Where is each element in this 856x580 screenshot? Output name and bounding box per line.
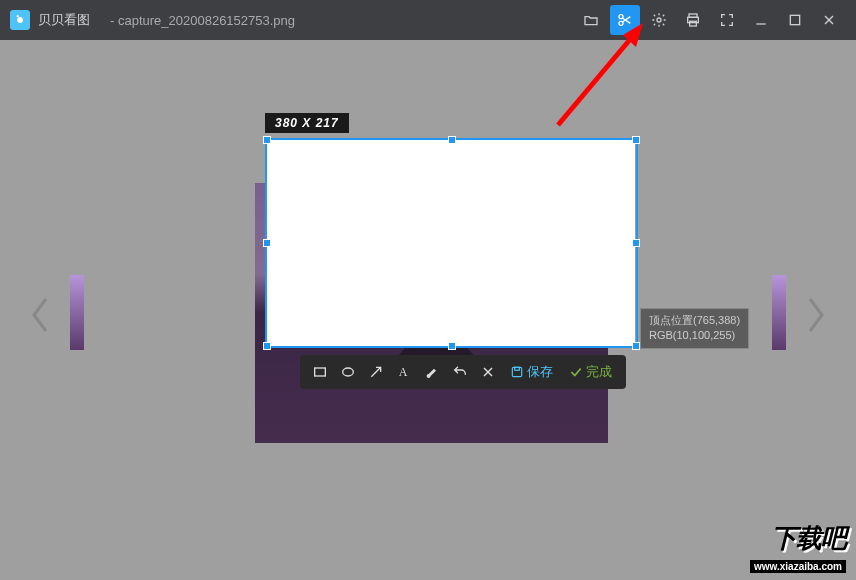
selection-dimensions: 380 X 217: [265, 113, 349, 133]
minimize-button[interactable]: [746, 5, 776, 35]
svg-rect-12: [315, 368, 326, 376]
watermark: 下载吧 www.xiazaiba.com: [750, 521, 846, 574]
crop-scissors-button[interactable]: [610, 5, 640, 35]
svg-rect-9: [790, 15, 799, 24]
undo-button[interactable]: [448, 360, 472, 384]
svg-point-4: [657, 18, 661, 22]
resize-handle-tr[interactable]: [632, 136, 640, 144]
watermark-text: 下载吧: [750, 521, 846, 556]
svg-rect-1: [17, 15, 19, 17]
arrow-tool-button[interactable]: [364, 360, 388, 384]
resize-handle-bm[interactable]: [448, 342, 456, 350]
fullscreen-button[interactable]: [712, 5, 742, 35]
done-button[interactable]: 完成: [563, 363, 618, 381]
resize-handle-mr[interactable]: [632, 239, 640, 247]
close-button[interactable]: [814, 5, 844, 35]
titlebar: 贝贝看图 - capture_20200826152753.png: [0, 0, 856, 40]
prev-thumbnail[interactable]: [70, 275, 84, 350]
save-button[interactable]: 保存: [504, 363, 559, 381]
svg-text:A: A: [399, 365, 408, 379]
app-name: 贝贝看图: [38, 11, 90, 29]
file-name: - capture_20200826152753.png: [110, 13, 295, 28]
brush-tool-button[interactable]: [420, 360, 444, 384]
viewer-area: 380 X 217 顶点位置(765,388) RGB(10,100,255) …: [0, 40, 856, 580]
pixel-info-tooltip: 顶点位置(765,388) RGB(10,100,255): [640, 308, 749, 349]
svg-rect-18: [512, 367, 521, 376]
prev-image-button[interactable]: [20, 290, 60, 340]
crop-action-bar: A 保存 完成: [300, 355, 626, 389]
save-label: 保存: [527, 363, 553, 381]
text-tool-button[interactable]: A: [392, 360, 416, 384]
next-thumbnail[interactable]: [772, 275, 786, 350]
svg-rect-19: [515, 367, 520, 370]
pixel-rgb: RGB(10,100,255): [649, 328, 740, 343]
ellipse-tool-button[interactable]: [336, 360, 360, 384]
print-button[interactable]: [678, 5, 708, 35]
svg-point-0: [17, 17, 23, 23]
resize-handle-br[interactable]: [632, 342, 640, 350]
next-image-button[interactable]: [796, 290, 836, 340]
settings-button[interactable]: [644, 5, 674, 35]
rectangle-tool-button[interactable]: [308, 360, 332, 384]
resize-handle-bl[interactable]: [263, 342, 271, 350]
cursor-position: 顶点位置(765,388): [649, 313, 740, 328]
done-label: 完成: [586, 363, 612, 381]
resize-handle-tm[interactable]: [448, 136, 456, 144]
app-icon: [10, 10, 30, 30]
svg-line-14: [371, 367, 380, 376]
open-folder-button[interactable]: [576, 5, 606, 35]
svg-point-13: [343, 368, 354, 376]
watermark-url: www.xiazaiba.com: [750, 560, 846, 573]
maximize-button[interactable]: [780, 5, 810, 35]
resize-handle-ml[interactable]: [263, 239, 271, 247]
cancel-button[interactable]: [476, 360, 500, 384]
selection-box[interactable]: [265, 138, 638, 348]
resize-handle-tl[interactable]: [263, 136, 271, 144]
